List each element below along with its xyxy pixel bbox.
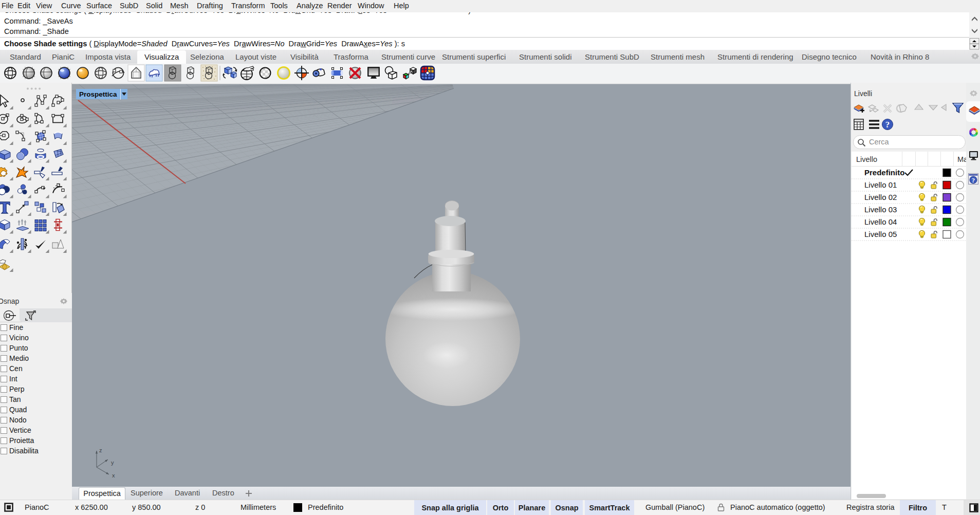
svg-text:Livello 02: Livello 02 — [864, 193, 897, 201]
svg-text:?: ? — [972, 176, 975, 184]
svg-text:x: x — [112, 472, 115, 479]
svg-text:Livello 05: Livello 05 — [864, 230, 897, 238]
svg-text:z: z — [99, 447, 102, 453]
svg-text:Livello 04: Livello 04 — [864, 217, 897, 226]
svg-text:Livello 03: Livello 03 — [864, 205, 897, 214]
svg-text:y: y — [111, 459, 114, 466]
svg-text:Predefinito: Predefinito — [864, 168, 904, 177]
svg-text:?: ? — [885, 120, 890, 130]
svg-text:Livello 01: Livello 01 — [864, 180, 897, 189]
